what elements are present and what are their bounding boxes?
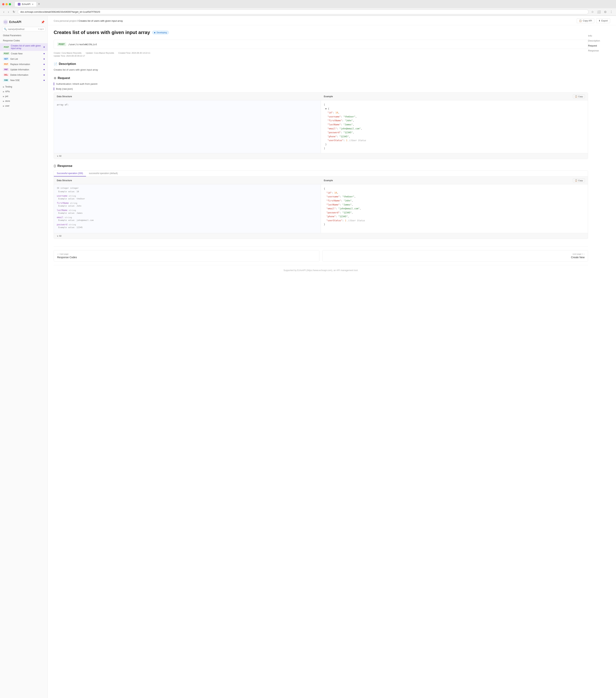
page-navigation: ‹ < last page Response Codes next page >…: [54, 246, 588, 262]
next-page-nav[interactable]: next page > › Create New: [322, 250, 588, 262]
search-input[interactable]: [8, 28, 37, 30]
right-nav-response[interactable]: Response: [588, 48, 610, 53]
dot: [44, 74, 45, 75]
sidebar-item-new-sse[interactable]: SSE New SSE: [0, 78, 47, 83]
sidebar-item-delete-information[interactable]: DEL Delete Information: [0, 72, 47, 78]
request-icon: ⚙: [54, 76, 56, 80]
expand-all-request[interactable]: ∨ All: [54, 153, 588, 159]
close-button[interactable]: [2, 3, 4, 5]
export-button[interactable]: ⬆ Export: [596, 18, 610, 23]
copy-label: Copy: [578, 95, 583, 98]
breadcrumb: Cora personal project / Creates list of …: [54, 19, 123, 22]
chevron-icon: ▶: [3, 95, 4, 97]
code-line: "lastName": "James",: [324, 203, 585, 207]
menu-button[interactable]: ⋮: [608, 10, 614, 14]
browser-chrome: E EchoAPI × + ‹ › ↻ ☆ ⬜ ⊙ ⋮: [0, 0, 616, 16]
group-label: pet: [5, 95, 8, 98]
sidebar-item-response-codes[interactable]: Response Codes: [0, 38, 47, 43]
sidebar-header: EchoAPI 📌: [0, 18, 47, 27]
extensions-button[interactable]: ⬜: [596, 10, 602, 14]
updater-info: Updater: Cora Maeve Reynolds: [86, 52, 114, 54]
back-button[interactable]: ‹: [2, 10, 5, 14]
search-all[interactable]: ✦ All ▾: [38, 28, 44, 30]
response-copy-button[interactable]: 📋 Copy: [573, 179, 585, 182]
request-table-body: array of: [ ▼ { "id": 10, "username": "t…: [54, 100, 588, 153]
bookmark-button[interactable]: ☆: [590, 10, 595, 14]
code-line: "id": 10,: [324, 111, 585, 115]
status-badge: Developing: [152, 31, 169, 34]
right-nav-request[interactable]: Request: [588, 43, 610, 48]
response-title: Response: [57, 164, 72, 168]
tab-close-icon[interactable]: ×: [32, 3, 33, 5]
expand-all-response[interactable]: ∨ All: [54, 233, 588, 239]
profile-button[interactable]: ⊙: [603, 10, 607, 14]
response-table-body: ID integer integer Example value: 10 use…: [54, 184, 588, 233]
prev-page-nav[interactable]: ‹ < last page Response Codes: [54, 250, 319, 262]
code-line: "firstName": "John",: [324, 119, 585, 123]
browser-tab-active[interactable]: E EchoAPI ×: [15, 2, 37, 6]
pin-button[interactable]: 📌: [41, 20, 45, 24]
sidebar-item-creates-list[interactable]: POST Creates list of users with given in…: [0, 43, 47, 51]
method-badge-sse: SSE: [3, 79, 9, 82]
sidebar-item-label: Global Parameters: [3, 34, 45, 37]
username-field: username string: [57, 195, 318, 197]
svg-point-1: [5, 22, 6, 23]
request-structure-header: Data Structure: [54, 93, 321, 100]
browser-tabs: E EchoAPI × +: [13, 1, 44, 7]
firstname-field: firstName string: [57, 202, 318, 204]
response-tab-200[interactable]: Successful operation (200): [54, 170, 86, 177]
traffic-lights: [2, 3, 11, 5]
copy-api-button[interactable]: 📋 Copy API: [577, 18, 594, 23]
topbar-actions: 📋 Copy API ⬆ Export: [577, 18, 610, 23]
id-example: Example value: 10: [57, 191, 318, 193]
endpoint-box: POST /user/createWithList: [54, 40, 588, 49]
maximize-button[interactable]: [9, 3, 11, 5]
request-title: Request: [58, 76, 70, 80]
username-example: Example value: theUser: [57, 198, 318, 200]
main-content: Cora personal project / Creates list of …: [48, 16, 616, 698]
sidebar-group-testing[interactable]: ▶ Testing: [0, 84, 47, 89]
chevron-icon: ▶: [3, 100, 4, 102]
refresh-button[interactable]: ↻: [12, 10, 16, 14]
logo: EchoAPI: [3, 19, 21, 25]
sidebar-item-replace-information[interactable]: PUT Replace Information: [0, 61, 47, 67]
right-nav-info[interactable]: Info: [588, 33, 610, 38]
copy-icon: 📋: [579, 19, 582, 22]
code-line: "lastName": "James",: [324, 123, 585, 127]
code-line: "email": "john@email.com",: [324, 127, 585, 131]
sidebar-item-label: Creates list of users with given input a…: [11, 44, 43, 50]
sidebar-item-global-parameters[interactable]: Global Parameters: [0, 33, 47, 38]
code-line: "email": "john@email.com",: [324, 207, 585, 211]
minimize-button[interactable]: [5, 3, 8, 5]
code-line: "firstName": "John",: [324, 199, 585, 203]
method-badge-get: GET: [3, 57, 9, 60]
sidebar-item-update-information[interactable]: PAT Update Information: [0, 67, 47, 72]
chevron-icon: ▶: [3, 86, 4, 88]
dot: [44, 80, 45, 81]
code-line: "userStatus": 1 //User Status: [324, 139, 585, 143]
section-title-response: {} Response: [54, 164, 588, 168]
chevron-icon: ▶: [3, 105, 4, 107]
code-line: "username": "theUser",: [324, 115, 585, 119]
section-title-request: ⚙ Request: [54, 76, 588, 80]
breadcrumb-project[interactable]: Cora personal project: [54, 19, 76, 22]
sidebar-group-store[interactable]: ▶ store: [0, 99, 47, 103]
sidebar-item-create-new[interactable]: POST Create New: [0, 51, 47, 56]
sidebar-item-label: New SSE: [10, 79, 43, 82]
address-bar[interactable]: [18, 9, 589, 14]
sidebar-item-get-list[interactable]: GET Get List: [0, 56, 47, 61]
code-bracket: ]: [324, 146, 585, 151]
sidebar-group-user[interactable]: ▶ user: [0, 103, 47, 108]
new-tab-button[interactable]: +: [37, 1, 42, 7]
sidebar-group-apis[interactable]: ▶ APIs: [0, 89, 47, 94]
request-table-header: Data Structure Example 📋 Copy: [54, 93, 588, 100]
search-bar: 🔍 ✦ All ▾: [0, 27, 47, 33]
sidebar-item-label: Get List: [10, 58, 43, 60]
request-example-header: Example 📋 Copy: [321, 93, 588, 100]
response-tab-default[interactable]: successful operation (default): [86, 170, 121, 177]
method-badge-post: POST: [3, 46, 10, 48]
request-copy-button[interactable]: 📋 Copy: [573, 95, 585, 98]
forward-button[interactable]: ›: [7, 10, 10, 14]
right-nav-description[interactable]: Description: [588, 38, 610, 43]
sidebar-group-pet[interactable]: ▶ pet: [0, 94, 47, 99]
